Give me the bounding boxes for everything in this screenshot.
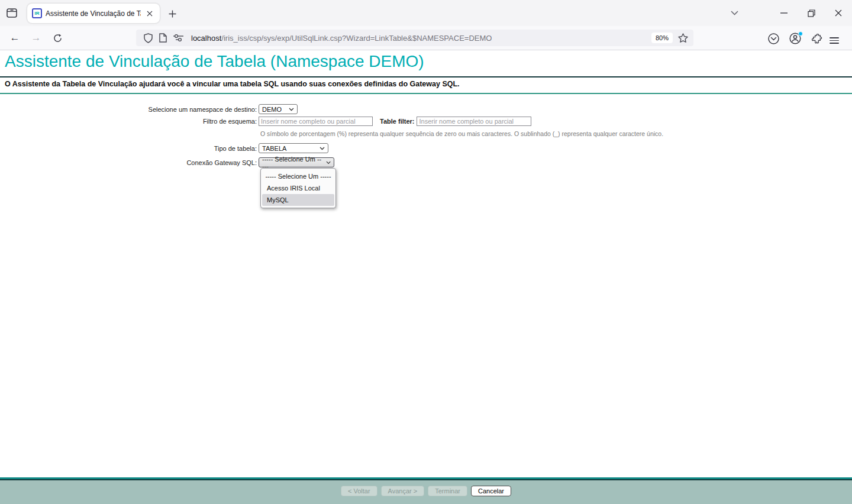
- chevron-down-icon: [326, 161, 331, 164]
- namespace-label: Selecione um namespace de destino:: [0, 106, 259, 113]
- notification-dot: [798, 31, 803, 36]
- table-filter-input[interactable]: [417, 117, 531, 126]
- dropdown-option-highlighted[interactable]: MySQL: [262, 194, 334, 206]
- reload-icon: [53, 34, 62, 43]
- url-text[interactable]: localhost/iris_iss/csp/sys/exp/UtilSqlLi…: [191, 34, 651, 43]
- account-button[interactable]: [787, 30, 803, 47]
- tab-close-icon[interactable]: [144, 8, 155, 19]
- divider-dark: [0, 76, 852, 77]
- page-title: Assistente de Vinculação de Tabela (Name…: [5, 52, 424, 71]
- gateway-connection-select[interactable]: ----- Selecione Um -----: [259, 157, 334, 167]
- gateway-select-value: ----- Selecione Um -----: [262, 156, 322, 170]
- firefox-view-button[interactable]: [5, 7, 19, 20]
- browser-window: IR Assistente de Vinculação de Tab: [0, 0, 852, 504]
- wizard-cancel-button[interactable]: Cancelar: [471, 486, 511, 496]
- table-type-select[interactable]: TABELA: [259, 143, 328, 153]
- wizard-finish-button[interactable]: Terminar: [428, 486, 467, 496]
- reload-button[interactable]: [49, 30, 66, 46]
- wizard-footer: < Voltar Avançar > Terminar Cancelar: [0, 477, 852, 504]
- close-icon: [835, 9, 842, 17]
- tracking-protection-shield-icon[interactable]: [144, 33, 153, 43]
- namespace-select-value: DEMO: [262, 106, 282, 113]
- dropdown-option[interactable]: Acesso IRIS Local: [262, 182, 334, 194]
- wildcard-helper-text: O símbolo de porcentagem (%) representa …: [260, 130, 663, 137]
- footer-bar: < Voltar Avançar > Terminar Cancelar: [0, 480, 852, 504]
- hamburger-icon: [830, 37, 839, 38]
- nav-bar: ← → localhost/iris_i: [0, 26, 852, 50]
- browser-tab[interactable]: IR Assistente de Vinculação de Tab: [27, 4, 160, 23]
- chevron-down-icon: [289, 108, 294, 111]
- permissions-icon[interactable]: [173, 34, 183, 41]
- table-type-select-value: TABELA: [262, 145, 286, 152]
- forward-button[interactable]: →: [27, 30, 45, 46]
- gateway-dropdown-list: ----- Selecione Um ----- Acesso IRIS Loc…: [260, 168, 336, 208]
- namespace-select[interactable]: DEMO: [259, 104, 298, 114]
- chevron-down-icon: [320, 147, 325, 150]
- tab-bar: IR Assistente de Vinculação de Tab: [0, 0, 852, 26]
- menu-button[interactable]: [830, 30, 846, 47]
- dropdown-option[interactable]: ----- Selecione Um -----: [262, 170, 334, 182]
- page-subtitle: O Assistente da Tabela de Vinculação aju…: [5, 80, 460, 88]
- wizard-page: Assistente de Vinculação de Tabela (Name…: [0, 50, 852, 477]
- pocket-button[interactable]: [765, 30, 782, 47]
- table-filter-label: Table filter:: [380, 118, 414, 125]
- new-tab-button[interactable]: [164, 6, 180, 21]
- schema-filter-input[interactable]: [259, 117, 373, 126]
- url-path: /iris_iss/csp/sys/exp/UtilSqlLink.csp?Wi…: [221, 34, 492, 43]
- firefox-view-icon: [7, 8, 17, 18]
- wizard-back-button[interactable]: < Voltar: [341, 486, 377, 496]
- chevron-down-icon: [731, 11, 738, 15]
- restore-button[interactable]: [802, 4, 821, 22]
- bookmark-star-icon[interactable]: [678, 33, 688, 43]
- schema-filter-label: Filtro de esquema:: [0, 118, 259, 125]
- zoom-level-badge[interactable]: 80%: [651, 33, 673, 43]
- back-button[interactable]: ←: [6, 30, 24, 46]
- url-host: localhost: [191, 34, 221, 43]
- table-type-label: Tipo de tabela:: [0, 145, 259, 152]
- iris-favicon-icon: IR: [32, 8, 42, 18]
- pocket-icon: [768, 33, 779, 44]
- gateway-connection-label: Conexão Gateway SQL:: [0, 159, 259, 166]
- list-all-tabs-button[interactable]: [725, 4, 744, 22]
- close-window-button[interactable]: [829, 4, 848, 22]
- restore-window-icon: [808, 9, 815, 17]
- divider-teal: [0, 93, 852, 94]
- plus-icon: [169, 10, 176, 18]
- site-info-page-icon[interactable]: [159, 33, 167, 43]
- url-bar[interactable]: localhost/iris_iss/csp/sys/exp/UtilSqlLi…: [136, 30, 693, 46]
- wizard-next-button[interactable]: Avançar >: [381, 486, 425, 496]
- minimize-icon: [780, 12, 788, 14]
- tab-title: Assistente de Vinculação de Tab: [46, 9, 141, 18]
- minimize-button[interactable]: [774, 4, 793, 22]
- extensions-button[interactable]: [809, 30, 825, 47]
- puzzle-piece-icon: [812, 33, 822, 44]
